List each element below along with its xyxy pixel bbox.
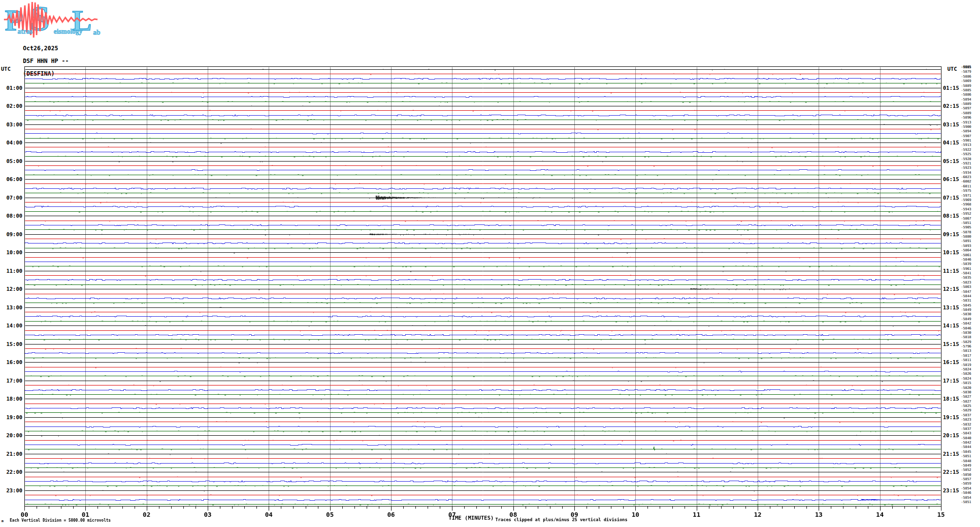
offset-value: -5852 <box>961 468 971 472</box>
hour-label-left: 05:00 <box>0 159 22 164</box>
offset-value: -5952 <box>961 212 971 216</box>
x-tick-label: 01 <box>76 511 95 518</box>
offset-value: -5889 <box>961 111 971 115</box>
x-tick-label: 03 <box>198 511 217 518</box>
offset-value: -5842 <box>961 322 971 325</box>
offset-value: -5971 <box>961 194 971 198</box>
utc-label-right: UTC <box>947 66 957 72</box>
offset-value: -5817 <box>961 354 971 358</box>
corner-mark: m <box>1 519 3 523</box>
hour-label-left: 18:00 <box>0 396 22 402</box>
hour-label-right: 20:15 <box>943 433 959 438</box>
clip-note: Traces clipped at plus/minus 25 vertical… <box>495 517 627 522</box>
hour-label-left: 19:00 <box>0 415 22 420</box>
logo-word-ab: ab <box>93 29 100 36</box>
hour-label-left: 09:00 <box>0 232 22 237</box>
offset-value: -5854 <box>961 496 971 500</box>
offset-value: -5811 <box>961 358 971 362</box>
x-tick-label: 14 <box>870 511 890 518</box>
hour-label-right: 10:15 <box>943 250 959 255</box>
offset-value: -5846 <box>961 326 971 330</box>
hour-label-left: 02:00 <box>0 103 22 109</box>
x-tick-label: 15 <box>931 511 951 518</box>
hour-label-right: 16:15 <box>943 360 959 365</box>
offset-value: -5845 <box>961 304 971 307</box>
offset-value: -5837 <box>961 413 971 417</box>
offset-value: -5851 <box>961 500 971 504</box>
offset-value: -5851 <box>961 221 971 225</box>
hour-label-right: 09:15 <box>943 232 959 237</box>
offset-value: -6002 <box>961 180 971 183</box>
offset-value: -5845 <box>961 450 971 454</box>
offset-value: -5913 <box>961 121 971 124</box>
offset-value: -5975 <box>961 189 971 193</box>
offset-value: -5835 <box>961 276 971 280</box>
hour-label-right: 21:15 <box>943 451 959 457</box>
offset-value: -5893 <box>961 244 971 248</box>
offset-value: -5886 <box>961 75 971 79</box>
vertical-division-note: Each Vertical Division = 5000.00 microvo… <box>10 518 111 523</box>
offset-value: -5837 <box>961 427 971 431</box>
offset-value: -5867 <box>961 217 971 221</box>
offset-value: -6011 <box>961 184 971 188</box>
offset-value: -5851 <box>961 454 971 458</box>
hour-label-right: 05:15 <box>943 159 959 164</box>
offset-value: -5921 <box>961 162 971 165</box>
hour-label-right: 04:15 <box>943 140 959 145</box>
offset-value: -5900 <box>961 125 971 129</box>
logo-word-eismology: eismology <box>54 28 82 35</box>
offset-value: -5846 <box>961 491 971 495</box>
hour-label-right: 17:15 <box>943 378 959 384</box>
hour-label-left: 10:00 <box>0 250 22 255</box>
offset-value: -5826 <box>961 372 971 376</box>
x-tick-label: 13 <box>809 511 828 518</box>
hour-label-right: 12:15 <box>943 286 959 292</box>
offset-value: -5818 <box>961 335 971 339</box>
offset-value: -5879 <box>961 70 971 74</box>
offset-value: -5969 <box>961 198 971 202</box>
x-tick-label: 11 <box>687 511 706 518</box>
hour-label-left: 22:00 <box>0 469 22 475</box>
hour-label-left: 17:00 <box>0 378 22 384</box>
offset-value: -5842 <box>961 441 971 445</box>
offset-value: -5830 <box>961 331 971 335</box>
offset-value: -5896 <box>961 116 971 120</box>
hour-label-left: 20:00 <box>0 433 22 438</box>
offset-value: -5813 <box>961 349 971 353</box>
offset-value: -5841 <box>961 271 971 275</box>
x-tick-label: 06 <box>381 511 401 518</box>
x-tick-label: 02 <box>137 511 157 518</box>
hour-label-left: 07:00 <box>0 195 22 201</box>
offset-value: -5913 <box>961 143 971 147</box>
offset-value: -5829 <box>961 408 971 412</box>
hour-label-right: 23:15 <box>943 488 959 493</box>
offset-value: -5905 <box>961 225 971 229</box>
offset-value: -5824 <box>961 367 971 371</box>
offset-value: -5923 <box>961 166 971 170</box>
offset-value: -5850 <box>961 473 971 477</box>
offset-value: -5820 <box>961 386 971 390</box>
hour-label-left: 15:00 <box>0 342 22 347</box>
offset-value: -5844 <box>961 294 971 298</box>
offset-value: -5889 <box>961 102 971 106</box>
offset-value: -5934 <box>961 171 971 175</box>
offset-value: -5854 <box>961 486 971 490</box>
offset-value: -5863 <box>961 285 971 289</box>
offset-value: -5823 <box>961 281 971 284</box>
logo-word-atras: atras <box>18 28 32 35</box>
offset-value: -5894 <box>961 98 971 101</box>
offset-value: -5943 <box>961 207 971 211</box>
hour-label-right: 06:15 <box>943 177 959 182</box>
offset-value: -5886 <box>961 93 971 97</box>
x-axis-title: TIME (MINUTES) <box>449 515 494 521</box>
offset-value: -5831 <box>961 299 971 303</box>
offset-value: -5840 <box>961 436 971 440</box>
offset-value: -5830 <box>961 390 971 394</box>
hour-label-left: 03:00 <box>0 122 22 127</box>
offset-value: -5849 <box>961 464 971 467</box>
hour-label-left: 06:00 <box>0 177 22 182</box>
hour-label-right: 07:15 <box>943 195 959 201</box>
offset-value: -5848 <box>961 459 971 463</box>
hour-label-right: 19:15 <box>943 415 959 420</box>
offset-value: -5827 <box>961 400 971 404</box>
